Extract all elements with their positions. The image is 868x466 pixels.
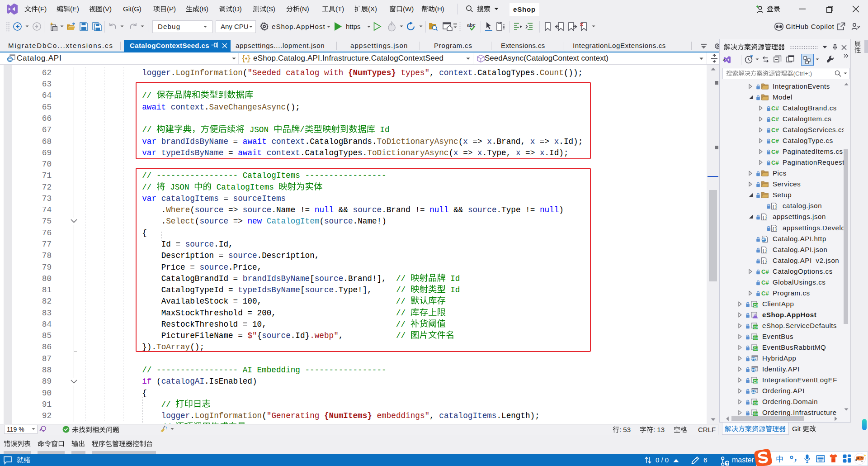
- svg-text:{}: {}: [772, 205, 777, 209]
- svg-text:{}: {}: [762, 248, 767, 253]
- svg-text:C#: C#: [753, 336, 758, 340]
- svg-text:C#: C#: [753, 379, 758, 384]
- svg-text:C#: C#: [753, 347, 758, 351]
- svg-text:C#: C#: [771, 116, 779, 123]
- svg-text:C#: C#: [753, 325, 758, 329]
- svg-text:C#: C#: [753, 401, 758, 405]
- svg-text:C#: C#: [771, 148, 779, 155]
- svg-text:C#: C#: [753, 412, 758, 416]
- svg-text:C#: C#: [761, 290, 769, 297]
- svg-text:C#: C#: [753, 303, 758, 307]
- svg-text:C#: C#: [761, 279, 769, 286]
- svg-text:{}: {}: [772, 227, 777, 231]
- svg-text:{}: {}: [762, 259, 767, 264]
- svg-text:C#: C#: [761, 268, 769, 275]
- svg-text:C#: C#: [771, 127, 779, 133]
- svg-text:C#: C#: [771, 138, 779, 144]
- svg-text:C#: C#: [771, 159, 779, 166]
- svg-text:{}: {}: [762, 216, 767, 220]
- svg-text:C#: C#: [771, 105, 779, 112]
